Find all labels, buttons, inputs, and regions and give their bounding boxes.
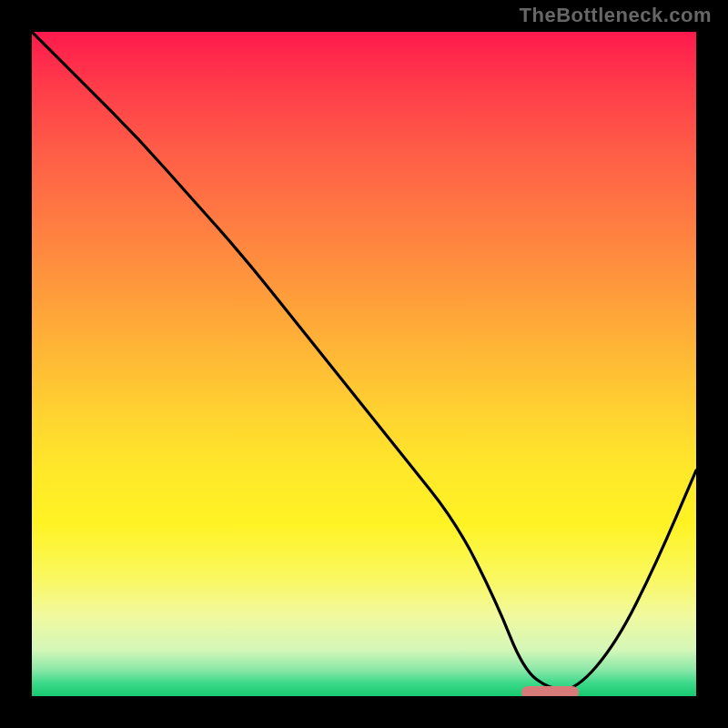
chart-plot-area: [32, 32, 696, 696]
watermark-text: TheBottleneck.com: [520, 4, 712, 27]
optimal-range-marker: [521, 686, 578, 696]
background-gradient: [32, 32, 696, 696]
